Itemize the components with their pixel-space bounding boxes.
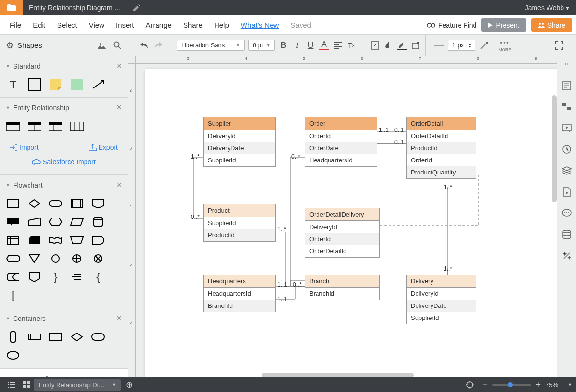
bold-icon[interactable]: B [279,41,288,50]
text-color-icon[interactable]: A [319,41,329,50]
rail-database-icon[interactable] [562,229,572,240]
entity-order[interactable]: Order OrderId OrderDate HeadquartersId [305,117,377,167]
undo-icon[interactable] [140,41,149,50]
fc-merge[interactable] [27,253,42,264]
note-shape[interactable] [48,79,63,90]
gear-icon[interactable]: ⚙ [6,40,14,51]
er-import[interactable]: Import [7,142,42,153]
section-standard-header[interactable]: ▼Standard × [0,56,128,76]
edit-title-icon[interactable] [130,4,144,11]
er-shape-2[interactable] [27,120,42,132]
canvas-area[interactable]: 3 4 5 6 7 8 9 2 3 4 5 6 7 [128,56,557,377]
bb-grid-icon[interactable] [19,381,34,388]
zoom-level[interactable]: 75% [546,381,563,389]
scrollbar-horizontal[interactable] [262,373,414,377]
entity-product[interactable]: Product SupplierId ProductId [203,204,276,242]
entity-orderdetaildelivery[interactable]: OrderDetailDelivery DeliveryId OrderId O… [305,208,380,258]
fc-delay-shape[interactable] [91,234,105,246]
line-style-icon[interactable] [434,41,444,50]
menu-arrange[interactable]: Arrange [140,21,177,29]
document-title[interactable]: Entity Relationship Diagram Exa… [23,4,130,12]
line-arrow-icon[interactable] [479,41,489,50]
fc-stored-data[interactable] [6,271,20,283]
rail-comment-icon[interactable] [562,102,572,112]
fc-sum[interactable] [70,253,84,264]
menu-select[interactable]: Select [51,21,83,29]
rail-present-icon[interactable] [562,123,572,133]
fc-callout[interactable] [6,216,20,228]
fc-internal-storage[interactable] [6,234,20,246]
entity-orderdetail[interactable]: OrderDetail OrderDetailId ProductId Orde… [406,117,476,179]
er-shape-4[interactable] [70,120,84,132]
fullscreen-icon[interactable] [555,41,569,50]
fc-connector[interactable] [48,253,63,264]
text-shape[interactable]: T [6,79,20,90]
entity-supplier[interactable]: Supplier DeliveryId DeliveryDate Supplie… [203,117,276,167]
entity-delivery[interactable]: Delivery DeliveryId DeliveryDate Supplie… [406,275,476,324]
scrollbar-vertical[interactable] [552,95,557,202]
fc-document[interactable] [91,198,105,209]
cont-6[interactable] [6,349,20,361]
redo-icon[interactable] [153,41,163,50]
zoom-dropdown-icon[interactable]: ▼ [568,382,572,387]
menu-insert[interactable]: Insert [110,21,140,29]
er-export[interactable]: Export [86,142,121,153]
zoom-out-icon[interactable]: − [482,380,488,390]
rail-chat-icon[interactable] [562,208,572,218]
clear-format-icon[interactable]: Tx [346,41,356,50]
shape-options-icon[interactable] [411,41,420,50]
close-icon[interactable]: × [116,61,122,71]
zoom-in-icon[interactable]: + [536,380,541,390]
close-icon[interactable]: × [116,180,122,190]
rail-collapse-icon[interactable]: « [565,60,568,70]
section-flowchart-header[interactable]: ▼Flowchart × [0,175,128,195]
entity-headquarters[interactable]: Headquarters HeadquartersId BranchId [203,275,276,312]
fc-offpage[interactable] [27,271,42,283]
share-button[interactable]: Share [531,18,572,32]
fc-trapezoid[interactable] [70,234,84,246]
user-menu[interactable]: James Webb ▾ [518,4,576,12]
rail-history-icon[interactable] [562,144,572,155]
cont-2[interactable] [27,331,42,343]
bb-target-icon[interactable] [462,381,477,389]
fc-parallelogram[interactable] [70,216,84,228]
fc-cylinder[interactable] [91,216,105,228]
fc-predefined[interactable] [70,198,84,209]
fc-rect[interactable] [6,198,20,209]
import-data-button[interactable]: Import Data [0,368,128,377]
underline-icon[interactable]: U [306,41,316,50]
image-icon[interactable] [98,42,107,49]
rail-layers-icon[interactable] [562,165,572,176]
menu-view[interactable]: View [83,21,110,29]
search-icon[interactable] [113,41,122,50]
fc-brace-right[interactable]: } [48,271,63,283]
rail-magic-icon[interactable] [562,250,572,261]
stroke-width-select[interactable]: 1 px▲▼ [448,40,476,51]
entity-branch[interactable]: Branch BranchId [305,275,380,300]
cont-4[interactable] [70,331,84,343]
page-tab[interactable]: Entity Relationship Dia…▼ [34,379,121,391]
bb-list-icon[interactable] [4,382,19,388]
fc-hexagon[interactable] [48,216,63,228]
section-containers-header[interactable]: ▼Containers × [0,308,128,328]
border-color-icon[interactable] [397,41,407,50]
cont-1[interactable] [6,331,20,343]
er-shape-3[interactable] [48,120,63,132]
menu-share[interactable]: Share [177,21,208,29]
fc-or[interactable] [91,253,105,264]
menu-help[interactable]: Help [208,21,235,29]
present-button[interactable]: Present [481,18,526,32]
fc-display[interactable] [6,253,20,264]
cont-5[interactable] [91,331,105,343]
more-button[interactable]: ••• MORE [498,39,511,52]
font-size-select[interactable]: 8 pt▼ [248,40,275,51]
fc-card[interactable] [27,234,42,246]
fc-diamond[interactable] [27,198,42,209]
rect-shape[interactable] [27,79,42,90]
fc-note[interactable] [70,271,84,283]
diagram-page[interactable]: Supplier DeliveryId DeliveryDate Supplie… [145,69,557,377]
menu-whats-new[interactable]: What's New [235,21,285,29]
section-er-header[interactable]: ▼Entity Relationship × [0,98,128,117]
font-select[interactable]: Liberation Sans▼ [177,40,245,51]
zoom-slider[interactable] [492,384,531,386]
